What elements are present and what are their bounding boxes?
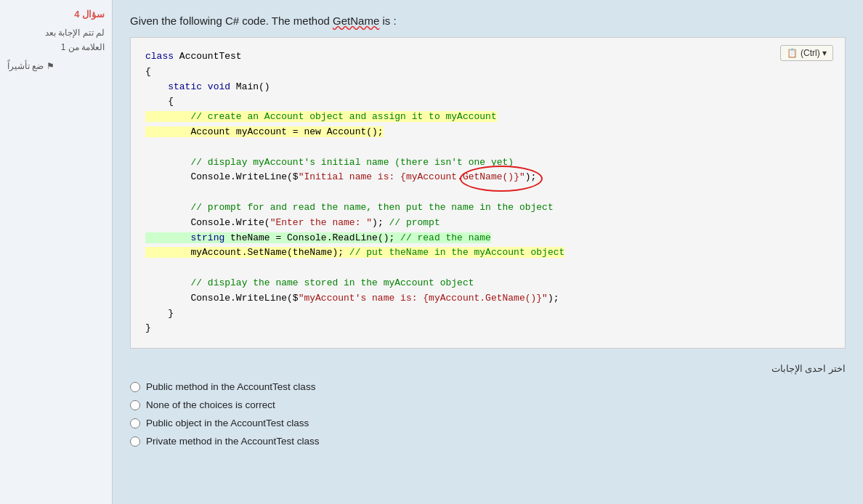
answer-label-2: None of the choices is correct [146, 399, 275, 410]
answer-label-4: Private method in the AccountTest class [146, 436, 320, 447]
answer-radio-4[interactable] [130, 436, 140, 447]
answer-label-3: Public object in the AccountTest class [146, 418, 309, 428]
clipboard-icon: 📋 [787, 48, 798, 58]
answer-option-2[interactable]: None of the choices is correct [130, 399, 846, 410]
answers-section: اختر احدى الإجابات Public method in the … [130, 363, 846, 447]
flag-icon: ⚑ [46, 61, 54, 71]
sidebar: سؤال 4 لم تتم الإجابة بعد العلامة من 1 ⚑… [0, 0, 113, 504]
answer-radio-2[interactable] [130, 400, 140, 410]
get-name-highlight: GetName [333, 15, 379, 27]
answer-radio-3[interactable] [130, 418, 140, 428]
answer-option-1[interactable]: Public method in the AccountTest class [130, 381, 846, 392]
answer-option-3[interactable]: Public object in the AccountTest class [130, 418, 846, 428]
status-line2: العلامة من 1 [7, 40, 105, 54]
status-line1: لم تتم الإجابة بعد [7, 25, 105, 40]
question-label: سؤال 4 [7, 9, 105, 20]
flag-option[interactable]: ⚑ ضع تأشيراً [7, 61, 105, 71]
clipboard-label: (Ctrl) ▾ [801, 48, 827, 58]
flag-label: ضع تأشيراً [7, 61, 44, 71]
answer-option-4[interactable]: Private method in the AccountTest class [130, 436, 846, 447]
answer-radio-1[interactable] [130, 382, 140, 392]
code-block: 📋 (Ctrl) ▾ class AccountTest { static vo… [130, 37, 846, 349]
answers-label: اختر احدى الإجابات [130, 363, 846, 374]
clipboard-button[interactable]: 📋 (Ctrl) ▾ [780, 45, 833, 61]
sidebar-status: لم تتم الإجابة بعد العلامة من 1 [7, 25, 105, 55]
main-content: Given the following C# code. The method … [113, 0, 863, 468]
code-content: class AccountTest { static void Main() {… [145, 49, 830, 336]
answer-label-1: Public method in the AccountTest class [146, 381, 315, 392]
question-text: Given the following C# code. The method … [130, 15, 846, 27]
